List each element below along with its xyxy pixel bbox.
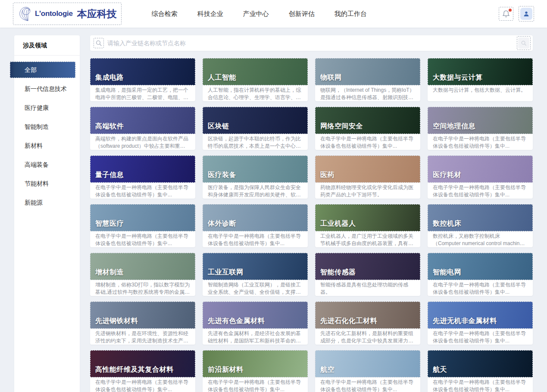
search-icon-button[interactable] xyxy=(94,38,104,48)
card-description: 在电子学中是一种将电路（主要包括半导体设备也包括被动组件等）集中... xyxy=(428,377,533,392)
card-title: 航空 xyxy=(320,365,334,374)
industry-card[interactable]: 区块链 区块链，起源于中本聪的比特币，作为比特币的底层技术，本质上是一个去中心化… xyxy=(203,107,308,150)
industry-card[interactable]: 高端软件 高端软件，构建的重点是面向在软件产品（software product… xyxy=(90,107,195,150)
card-cover-image[interactable]: 网络空间安全 xyxy=(315,107,420,134)
card-cover-image[interactable]: 区块链 xyxy=(203,107,308,134)
card-cover-image[interactable]: 空间地理信息 xyxy=(428,107,533,134)
industry-card[interactable]: 医药 药物原料经物理变化或化学变化后成为医药类产品的上中下游环节。 xyxy=(315,156,420,199)
card-title: 集成电路 xyxy=(95,73,124,82)
sidebar-item[interactable]: 全部 xyxy=(10,62,75,78)
industry-card[interactable]: 大数据与云计算 大数据与云计算，包括大数据、云计算。 xyxy=(428,58,533,101)
card-description: 在电子学中是一种将电路（主要包括半导体设备也包括被动组件等）集中... xyxy=(428,280,533,296)
card-cover-image[interactable]: 物联网 xyxy=(315,58,420,85)
card-description: 工业机器人，是广泛用于工业领域的多关节机械手或多自由度的机器装置，具有一定的自动… xyxy=(315,231,420,247)
card-cover-image[interactable]: 智能传感器 xyxy=(315,253,420,280)
card-cover-image[interactable]: 航天 xyxy=(428,350,533,377)
card-title: 网络空间安全 xyxy=(320,122,363,131)
card-title: 医疗装备 xyxy=(208,171,236,180)
card-cover-image[interactable]: 先进无机非金属材料 xyxy=(428,302,533,329)
card-cover-image[interactable]: 智慧医疗 xyxy=(90,204,195,231)
industry-card[interactable]: 先进石化化工材料 先进石化化工新材料，是新材料的重要组成部分，也是化学工业中较具… xyxy=(315,302,420,345)
top-navbar: L'ontologie 本应科技 综合检索 科技企业 产业中心 创新评估 我的工… xyxy=(0,0,547,28)
industry-card[interactable]: 数控机床 数控机床，又称数字控制机床（Computer numerical co… xyxy=(428,204,533,247)
card-cover-image[interactable]: 数控机床 xyxy=(428,204,533,231)
sidebar-item[interactable]: 新能源 xyxy=(14,194,80,211)
industry-card[interactable]: 高性能纤维及其复合材料 在电子学中是一种将电路（主要包括半导体设备也包括被动组件… xyxy=(90,350,195,392)
card-cover-image[interactable]: 先进有色金属材料 xyxy=(203,302,308,329)
logo-flourish-icon xyxy=(18,5,32,22)
card-description: 在电子学中是一种将电路（主要包括半导体设备也包括被动组件等）集中... xyxy=(315,377,420,392)
card-description: 集成电路，是指采用一定的工艺，把一个电路中所需的三极管、二极管、电阻、电容、电感… xyxy=(90,85,195,101)
card-title: 前沿新材料 xyxy=(208,365,244,374)
main-nav: 综合检索 科技企业 产业中心 创新评估 我的工作台 xyxy=(152,10,367,18)
nav-item[interactable]: 创新评估 xyxy=(289,10,315,18)
industry-card[interactable]: 增材制造 增材制造，俗称3D打印，指以数字模型为基础,通过软件与数控系统将专用的… xyxy=(90,253,195,296)
card-cover-image[interactable]: 前沿新材料 xyxy=(203,350,308,377)
card-cover-image[interactable]: 高端软件 xyxy=(90,107,195,134)
industry-card[interactable]: 先进有色金属材料 先进有色金属材料，是经济社会发展的基础性材料，是国防军工和新科… xyxy=(203,302,308,345)
industry-card[interactable]: 前沿新材料 在电子学中是一种将电路（主要包括半导体设备也包括被动组件等）集中..… xyxy=(203,350,308,392)
nav-item[interactable]: 产业中心 xyxy=(243,10,269,18)
sidebar-item[interactable]: 节能材料 xyxy=(14,175,80,192)
industry-card[interactable]: 网络空间安全 在电子学中是一种将电路（主要包括半导体设备也包括被动组件等）集中.… xyxy=(315,107,420,150)
industry-card[interactable]: 工业机器人 工业机器人，是广泛用于工业领域的多关节机械手或多自由度的机器装置，具… xyxy=(315,204,420,247)
sidebar-item[interactable]: 新材料 xyxy=(14,137,80,154)
industry-card[interactable]: 集成电路 集成电路，是指采用一定的工艺，把一个电路中所需的三极管、二极管、电阻、… xyxy=(90,58,195,101)
sidebar-item[interactable]: 医疗健康 xyxy=(14,100,80,116)
industry-card[interactable]: 先进无机非金属材料 在电子学中是一种将电路（主要包括半导体设备也包括被动组件等）… xyxy=(428,302,533,345)
user-icon xyxy=(523,10,530,17)
nav-item[interactable]: 综合检索 xyxy=(152,10,178,18)
search-submit-button[interactable] xyxy=(518,37,529,49)
card-cover-image[interactable]: 工业机器人 xyxy=(315,204,420,231)
card-title: 大数据与云计算 xyxy=(433,73,483,82)
industry-card[interactable]: 医疗耗材 在电子学中是一种将电路（主要包括半导体设备也包括被动组件等）集中... xyxy=(428,156,533,199)
card-cover-image[interactable]: 人工智能 xyxy=(203,58,308,85)
industry-card[interactable]: 医疗装备 医疗装备，是指为保障人民群众生命安全和身体健康而开发应用的相关硬件、软… xyxy=(203,156,308,199)
card-cover-image[interactable]: 高性能纤维及其复合材料 xyxy=(90,350,195,377)
card-description: 在电子学中是一种将电路（主要包括半导体设备也包括被动组件等）集中... xyxy=(90,231,195,247)
card-description: 数控机床，又称数字控制机床（Computer numerical control… xyxy=(428,231,533,247)
sidebar-item[interactable]: 新一代信息技术 xyxy=(14,81,80,97)
industry-card[interactable]: 工业互联网 智能制造网络（工业互联网），是链接工业全系统、全产业链、全价值链，支… xyxy=(203,253,308,296)
sidebar-item[interactable]: 高端装备 xyxy=(14,156,80,173)
industry-card[interactable]: 量子信息 在电子学中是一种将电路（主要包括半导体设备也包括被动组件等）集中... xyxy=(90,156,195,199)
card-cover-image[interactable]: 增材制造 xyxy=(90,253,195,280)
sidebar-item-label: 新一代信息技术 xyxy=(25,85,67,92)
card-cover-image[interactable]: 工业互联网 xyxy=(203,253,308,280)
card-title: 人工智能 xyxy=(208,73,236,82)
industry-card[interactable]: 空间地理信息 在电子学中是一种将电路（主要包括半导体设备也包括被动组件等）集中.… xyxy=(428,107,533,150)
card-cover-image[interactable]: 体外诊断 xyxy=(203,204,308,231)
sidebar-item[interactable]: 智能制造 xyxy=(14,118,80,135)
nav-item-label: 科技企业 xyxy=(197,10,223,17)
industry-card[interactable]: 智能电网 在电子学中是一种将电路（主要包括半导体设备也包括被动组件等）集中... xyxy=(428,253,533,296)
brand-logo[interactable]: L'ontologie 本应科技 xyxy=(13,3,122,25)
sidebar-title: 涉及领域 xyxy=(14,35,80,56)
nav-item[interactable]: 我的工作台 xyxy=(334,10,367,18)
notification-bell-button[interactable] xyxy=(499,7,513,21)
card-cover-image[interactable]: 先进石化化工材料 xyxy=(315,302,420,329)
card-cover-image[interactable]: 航空 xyxy=(315,350,420,377)
user-avatar-button[interactable] xyxy=(519,6,534,22)
search-icon xyxy=(95,40,102,47)
industry-card[interactable]: 体外诊断 在电子学中是一种将电路（主要包括半导体设备也包括被动组件等）集中... xyxy=(203,204,308,247)
industry-card[interactable]: 人工智能 人工智能，指在计算机科学的基础上，综合信息论、心理学、生理学、语言学、… xyxy=(203,58,308,101)
card-cover-image[interactable]: 大数据与云计算 xyxy=(428,58,533,85)
card-cover-image[interactable]: 量子信息 xyxy=(90,156,195,183)
card-cover-image[interactable]: 集成电路 xyxy=(90,58,195,85)
search-input[interactable] xyxy=(107,40,517,47)
card-description: 在电子学中是一种将电路（主要包括半导体设备也包括被动组件等）集中... xyxy=(428,134,533,150)
card-cover-image[interactable]: 医疗装备 xyxy=(203,156,308,183)
industry-card[interactable]: 航空 在电子学中是一种将电路（主要包括半导体设备也包括被动组件等）集中... xyxy=(315,350,420,392)
card-description: 先进有色金属材料，是经济社会发展的基础性材料，是国防军工和新科技革命的战略性材料… xyxy=(203,329,308,345)
nav-item[interactable]: 科技企业 xyxy=(197,10,223,18)
card-cover-image[interactable]: 先进钢铁材料 xyxy=(90,302,195,329)
industry-card[interactable]: 智慧医疗 在电子学中是一种将电路（主要包括半导体设备也包括被动组件等）集中... xyxy=(90,204,195,247)
card-cover-image[interactable]: 医疗耗材 xyxy=(428,156,533,183)
industry-card[interactable]: 先进钢铁材料 先进钢铁材料，是在环境性、资源性和经济性的约束下，采用先进制造技术… xyxy=(90,302,195,345)
card-cover-image[interactable]: 智能电网 xyxy=(428,253,533,280)
industry-card[interactable]: 智能传感器 智能传感器是具有信息处理功能的传感器。 xyxy=(315,253,420,296)
card-cover-image[interactable]: 医药 xyxy=(315,156,420,183)
industry-card[interactable]: 物联网 物联网，（Internet of Things，简称IoT）是指通过各种… xyxy=(315,58,420,101)
search-button-icon xyxy=(521,40,527,46)
industry-card[interactable]: 航天 在电子学中是一种将电路（主要包括半导体设备也包括被动组件等）集中... xyxy=(428,350,533,392)
